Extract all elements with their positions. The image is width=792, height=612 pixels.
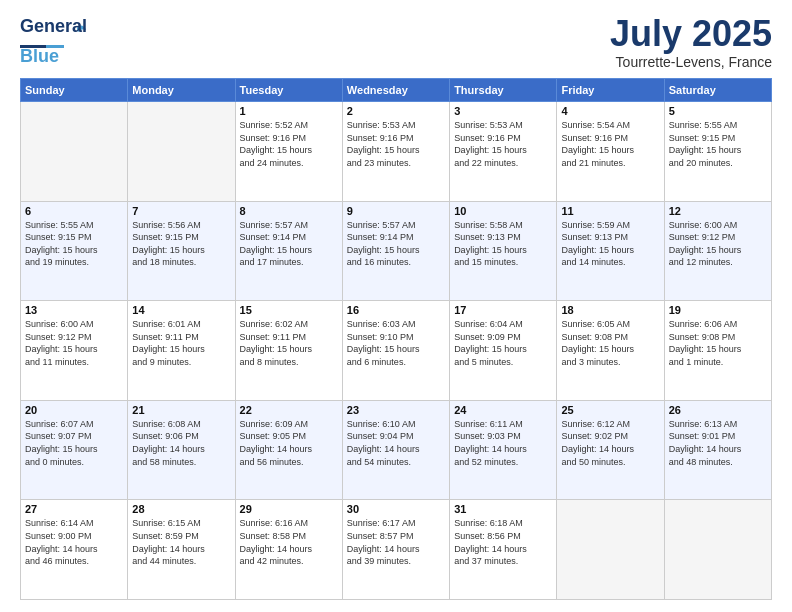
day-info: Sunrise: 6:10 AM Sunset: 9:04 PM Dayligh… [347,418,445,468]
day-number: 10 [454,205,552,217]
day-number: 29 [240,503,338,515]
day-info: Sunrise: 6:01 AM Sunset: 9:11 PM Dayligh… [132,318,230,368]
calendar-cell: 15Sunrise: 6:02 AM Sunset: 9:11 PM Dayli… [235,301,342,401]
day-number: 23 [347,404,445,416]
page: General Blue July 2025 Tourrette-Levens,… [0,0,792,612]
calendar-cell: 5Sunrise: 5:55 AM Sunset: 9:15 PM Daylig… [664,102,771,202]
day-info: Sunrise: 6:08 AM Sunset: 9:06 PM Dayligh… [132,418,230,468]
calendar-cell: 29Sunrise: 6:16 AM Sunset: 8:58 PM Dayli… [235,500,342,600]
calendar-cell: 23Sunrise: 6:10 AM Sunset: 9:04 PM Dayli… [342,400,449,500]
col-header-saturday: Saturday [664,79,771,102]
calendar-cell: 19Sunrise: 6:06 AM Sunset: 9:08 PM Dayli… [664,301,771,401]
day-info: Sunrise: 6:17 AM Sunset: 8:57 PM Dayligh… [347,517,445,567]
month-title: July 2025 [610,16,772,52]
day-number: 6 [25,205,123,217]
day-info: Sunrise: 6:13 AM Sunset: 9:01 PM Dayligh… [669,418,767,468]
day-info: Sunrise: 6:11 AM Sunset: 9:03 PM Dayligh… [454,418,552,468]
day-info: Sunrise: 6:16 AM Sunset: 8:58 PM Dayligh… [240,517,338,567]
calendar-cell: 30Sunrise: 6:17 AM Sunset: 8:57 PM Dayli… [342,500,449,600]
day-number: 2 [347,105,445,117]
day-number: 21 [132,404,230,416]
day-number: 9 [347,205,445,217]
logo: General Blue [20,16,88,67]
calendar-cell [128,102,235,202]
calendar-cell: 6Sunrise: 5:55 AM Sunset: 9:15 PM Daylig… [21,201,128,301]
col-header-sunday: Sunday [21,79,128,102]
calendar-cell: 9Sunrise: 5:57 AM Sunset: 9:14 PM Daylig… [342,201,449,301]
day-info: Sunrise: 6:06 AM Sunset: 9:08 PM Dayligh… [669,318,767,368]
day-info: Sunrise: 6:02 AM Sunset: 9:11 PM Dayligh… [240,318,338,368]
day-info: Sunrise: 5:55 AM Sunset: 9:15 PM Dayligh… [25,219,123,269]
day-info: Sunrise: 6:14 AM Sunset: 9:00 PM Dayligh… [25,517,123,567]
day-number: 22 [240,404,338,416]
day-number: 8 [240,205,338,217]
calendar-cell [664,500,771,600]
day-info: Sunrise: 6:12 AM Sunset: 9:02 PM Dayligh… [561,418,659,468]
day-number: 11 [561,205,659,217]
day-number: 19 [669,304,767,316]
calendar-cell: 20Sunrise: 6:07 AM Sunset: 9:07 PM Dayli… [21,400,128,500]
day-info: Sunrise: 6:09 AM Sunset: 9:05 PM Dayligh… [240,418,338,468]
day-number: 31 [454,503,552,515]
day-info: Sunrise: 6:00 AM Sunset: 9:12 PM Dayligh… [669,219,767,269]
calendar-cell [557,500,664,600]
day-number: 1 [240,105,338,117]
day-number: 14 [132,304,230,316]
location: Tourrette-Levens, France [610,54,772,70]
header: General Blue July 2025 Tourrette-Levens,… [20,16,772,70]
calendar-cell: 17Sunrise: 6:04 AM Sunset: 9:09 PM Dayli… [450,301,557,401]
calendar-cell: 8Sunrise: 5:57 AM Sunset: 9:14 PM Daylig… [235,201,342,301]
day-info: Sunrise: 5:57 AM Sunset: 9:14 PM Dayligh… [347,219,445,269]
day-number: 12 [669,205,767,217]
day-info: Sunrise: 5:56 AM Sunset: 9:15 PM Dayligh… [132,219,230,269]
calendar-cell: 2Sunrise: 5:53 AM Sunset: 9:16 PM Daylig… [342,102,449,202]
day-info: Sunrise: 5:53 AM Sunset: 9:16 PM Dayligh… [454,119,552,169]
calendar-cell: 13Sunrise: 6:00 AM Sunset: 9:12 PM Dayli… [21,301,128,401]
day-info: Sunrise: 6:07 AM Sunset: 9:07 PM Dayligh… [25,418,123,468]
day-info: Sunrise: 6:04 AM Sunset: 9:09 PM Dayligh… [454,318,552,368]
day-info: Sunrise: 6:18 AM Sunset: 8:56 PM Dayligh… [454,517,552,567]
day-number: 5 [669,105,767,117]
col-header-tuesday: Tuesday [235,79,342,102]
day-number: 3 [454,105,552,117]
day-number: 20 [25,404,123,416]
day-info: Sunrise: 5:55 AM Sunset: 9:15 PM Dayligh… [669,119,767,169]
day-info: Sunrise: 6:00 AM Sunset: 9:12 PM Dayligh… [25,318,123,368]
day-info: Sunrise: 6:03 AM Sunset: 9:10 PM Dayligh… [347,318,445,368]
day-info: Sunrise: 6:15 AM Sunset: 8:59 PM Dayligh… [132,517,230,567]
calendar-cell: 31Sunrise: 6:18 AM Sunset: 8:56 PM Dayli… [450,500,557,600]
calendar-cell: 22Sunrise: 6:09 AM Sunset: 9:05 PM Dayli… [235,400,342,500]
col-header-thursday: Thursday [450,79,557,102]
day-info: Sunrise: 6:05 AM Sunset: 9:08 PM Dayligh… [561,318,659,368]
day-number: 30 [347,503,445,515]
day-number: 15 [240,304,338,316]
day-number: 26 [669,404,767,416]
calendar-cell: 10Sunrise: 5:58 AM Sunset: 9:13 PM Dayli… [450,201,557,301]
day-number: 27 [25,503,123,515]
day-info: Sunrise: 5:59 AM Sunset: 9:13 PM Dayligh… [561,219,659,269]
title-block: July 2025 Tourrette-Levens, France [610,16,772,70]
calendar-cell [21,102,128,202]
calendar-table: SundayMondayTuesdayWednesdayThursdayFrid… [20,78,772,600]
day-number: 24 [454,404,552,416]
day-number: 7 [132,205,230,217]
calendar-cell: 12Sunrise: 6:00 AM Sunset: 9:12 PM Dayli… [664,201,771,301]
calendar-cell: 27Sunrise: 6:14 AM Sunset: 9:00 PM Dayli… [21,500,128,600]
calendar-cell: 4Sunrise: 5:54 AM Sunset: 9:16 PM Daylig… [557,102,664,202]
calendar-cell: 16Sunrise: 6:03 AM Sunset: 9:10 PM Dayli… [342,301,449,401]
day-number: 18 [561,304,659,316]
calendar-cell: 26Sunrise: 6:13 AM Sunset: 9:01 PM Dayli… [664,400,771,500]
day-number: 28 [132,503,230,515]
day-number: 13 [25,304,123,316]
calendar-cell: 25Sunrise: 6:12 AM Sunset: 9:02 PM Dayli… [557,400,664,500]
day-number: 4 [561,105,659,117]
col-header-friday: Friday [557,79,664,102]
calendar-cell: 7Sunrise: 5:56 AM Sunset: 9:15 PM Daylig… [128,201,235,301]
calendar-cell: 28Sunrise: 6:15 AM Sunset: 8:59 PM Dayli… [128,500,235,600]
day-number: 25 [561,404,659,416]
day-info: Sunrise: 5:53 AM Sunset: 9:16 PM Dayligh… [347,119,445,169]
day-info: Sunrise: 5:54 AM Sunset: 9:16 PM Dayligh… [561,119,659,169]
logo-general: General [20,16,87,37]
calendar-cell: 24Sunrise: 6:11 AM Sunset: 9:03 PM Dayli… [450,400,557,500]
day-info: Sunrise: 5:57 AM Sunset: 9:14 PM Dayligh… [240,219,338,269]
